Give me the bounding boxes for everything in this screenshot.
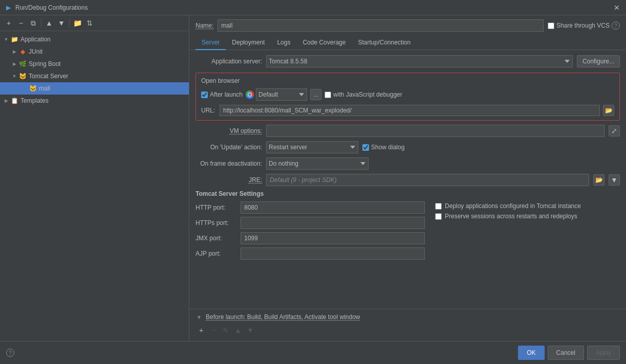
on-update-select[interactable]: Restart server Update classes and resour…: [266, 141, 358, 153]
move-up-button[interactable]: ▲: [44, 17, 55, 29]
tab-logs[interactable]: Logs: [271, 36, 296, 50]
chrome-icon: [246, 90, 254, 99]
copy-config-button[interactable]: ⧉: [28, 17, 39, 29]
tabs-bar: Server Deployment Logs Code Coverage Sta…: [189, 36, 626, 50]
preserve-sessions-checkbox[interactable]: [435, 213, 442, 220]
before-launch-down-button[interactable]: ▼: [245, 325, 256, 336]
configure-button[interactable]: Configure...: [577, 55, 620, 67]
share-vcs-checkbox[interactable]: [548, 22, 554, 29]
deploy-options: Deploy applications configured in Tomcat…: [435, 201, 620, 263]
before-launch-section: ▼ Before launch: Build, Build Artifacts,…: [189, 309, 626, 341]
tree-item-application[interactable]: ▼ 📁 Application: [0, 33, 189, 46]
vm-options-input[interactable]: [266, 125, 605, 137]
tree-item-templates[interactable]: ▶ 📋 Templates: [0, 95, 189, 107]
https-port-label: HTTPs port:: [196, 219, 236, 226]
toolbar-separator: [41, 18, 41, 28]
jre-expand-button[interactable]: ▼: [609, 174, 620, 186]
name-label: Name:: [196, 22, 213, 29]
http-port-input[interactable]: [241, 201, 425, 214]
junit-icon: ◆: [18, 48, 27, 56]
show-dialog-checkbox[interactable]: [362, 144, 369, 151]
tab-server[interactable]: Server: [196, 36, 226, 50]
https-port-input[interactable]: [241, 217, 425, 229]
cancel-button[interactable]: Cancel: [548, 346, 584, 360]
bottom-bar: ? OK Cancel Apply: [0, 341, 626, 364]
toggle-application[interactable]: ▼: [2, 35, 10, 43]
before-launch-toolbar: + − ✎ ▲ ▼: [196, 324, 620, 337]
main-content: + − ⧉ ▲ ▼ 📁 ⇅ ▼ 📁 Application ▶: [0, 15, 626, 341]
ajp-port-label: AJP port:: [196, 250, 236, 257]
folder-button[interactable]: 📁: [72, 17, 83, 29]
app-server-select[interactable]: Tomcat 8.5.58: [266, 55, 573, 67]
tomcat-server-icon: 🐱: [18, 72, 27, 80]
browser-dots-button[interactable]: ...: [310, 89, 321, 100]
jre-row: JRE: 📂 ▼: [196, 174, 620, 186]
help-button[interactable]: ?: [6, 349, 14, 357]
tab-startup[interactable]: Startup/Connection: [352, 36, 417, 50]
tomcat-server-label: Tomcat Server: [29, 73, 68, 80]
title-bar: ▶ Run/Debug Configurations ✕: [0, 0, 626, 15]
before-launch-remove-button[interactable]: −: [208, 325, 219, 336]
tree-item-mall[interactable]: ▶ 🐱 mall: [0, 82, 189, 95]
js-debugger-text: with JavaScript debugger: [333, 91, 402, 98]
tomcat-settings-content: HTTP port: HTTPs port: JMX port:: [196, 201, 620, 263]
vm-options-row: VM options: ⤢: [196, 125, 620, 137]
ok-button[interactable]: OK: [518, 346, 544, 360]
url-input[interactable]: [220, 105, 600, 116]
on-frame-row: On frame deactivation: Do nothing Update…: [196, 157, 620, 170]
tree-item-junit[interactable]: ▶ ◆ JUnit: [0, 46, 189, 58]
show-dialog-label: Show dialog: [362, 144, 404, 151]
before-launch-up-button[interactable]: ▲: [232, 325, 244, 336]
port-fields: HTTP port: HTTPs port: JMX port:: [196, 201, 425, 263]
toggle-junit[interactable]: ▶: [10, 48, 18, 56]
help-icon[interactable]: ?: [612, 21, 620, 30]
tree-item-spring-boot[interactable]: ▶ 🌿 Spring Boot: [0, 58, 189, 70]
bottom-right: OK Cancel Apply: [518, 346, 620, 360]
spring-boot-label: Spring Boot: [29, 60, 61, 67]
jre-folder-button[interactable]: 📂: [593, 174, 605, 186]
http-port-label: HTTP port:: [196, 204, 236, 211]
after-launch-checkbox[interactable]: [201, 92, 208, 98]
add-config-button[interactable]: +: [3, 17, 14, 29]
open-browser-section: Open browser After launch Default: [196, 73, 620, 121]
before-launch-header: ▼ Before launch: Build, Build Artifacts,…: [196, 313, 620, 321]
preserve-sessions-text: Preserve sessions across restarts and re…: [445, 213, 577, 220]
vm-expand-button[interactable]: ⤢: [609, 125, 620, 136]
url-folder-button[interactable]: 📂: [603, 105, 614, 116]
toggle-tomcat-server[interactable]: ▼: [10, 72, 18, 80]
jre-input[interactable]: [266, 174, 589, 186]
ajp-port-input[interactable]: [241, 247, 425, 260]
jmx-port-input[interactable]: [241, 232, 425, 244]
on-frame-select[interactable]: Do nothing Update classes and resources …: [266, 157, 369, 170]
tab-coverage[interactable]: Code Coverage: [296, 36, 352, 50]
tree-container: ▼ 📁 Application ▶ ◆ JUnit ▶ 🌿 Spring Boo…: [0, 31, 189, 341]
browser-select[interactable]: Default: [256, 88, 307, 101]
templates-icon: 📋: [10, 97, 18, 105]
on-update-label: On 'Update' action:: [196, 144, 262, 151]
jre-label: JRE:: [196, 176, 262, 184]
ajp-port-row: AJP port:: [196, 247, 425, 260]
remove-config-button[interactable]: −: [15, 17, 27, 29]
name-input[interactable]: [218, 19, 544, 32]
before-launch-collapse[interactable]: ▼: [196, 313, 203, 321]
toggle-spring-boot[interactable]: ▶: [10, 60, 18, 68]
close-button[interactable]: ✕: [612, 3, 622, 13]
application-label: Application: [20, 36, 51, 43]
junit-label: JUnit: [29, 48, 42, 55]
tree-item-tomcat-server[interactable]: ▼ 🐱 Tomcat Server: [0, 70, 189, 82]
deploy-apps-checkbox[interactable]: [435, 203, 442, 210]
on-update-row: On 'Update' action: Restart server Updat…: [196, 141, 620, 153]
tab-deployment[interactable]: Deployment: [226, 36, 271, 50]
toggle-templates[interactable]: ▶: [2, 97, 10, 105]
vm-options-label: VM options:: [196, 127, 262, 134]
application-icon: 📁: [10, 35, 18, 43]
js-debugger-checkbox[interactable]: [325, 92, 331, 98]
after-launch-label: After launch: [210, 91, 243, 98]
apply-button[interactable]: Apply: [587, 346, 620, 360]
before-launch-edit-button[interactable]: ✎: [220, 325, 231, 336]
sort-button[interactable]: ⇅: [84, 17, 95, 29]
move-down-button[interactable]: ▼: [56, 17, 67, 29]
before-launch-add-button[interactable]: +: [196, 325, 207, 336]
deploy-apps-label: Deploy applications configured in Tomcat…: [435, 202, 620, 210]
name-row: Name: Share through VCS ?: [189, 15, 626, 36]
